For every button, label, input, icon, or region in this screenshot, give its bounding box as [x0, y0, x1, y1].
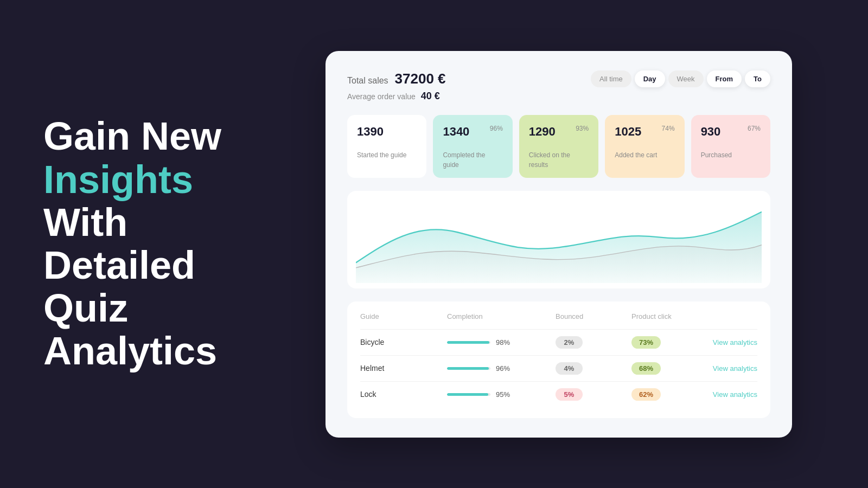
stat-card-cart: 1025 74% Added the cart — [605, 115, 684, 178]
stat-percent-completed: 96% — [490, 125, 503, 132]
stat-number-completed: 1340 — [443, 125, 469, 139]
table-header: Guide Completion Bounced Product click — [360, 312, 757, 320]
stat-number-purchased: 930 — [701, 125, 721, 139]
hero-line2: With — [43, 201, 127, 244]
badge-bounced-bicycle: 2% — [556, 336, 583, 349]
chart-area — [347, 191, 770, 288]
progress-bar-track-bicycle — [447, 341, 490, 344]
stat-card-top-cart: 1025 74% — [615, 125, 674, 139]
stat-card-completed: 1340 96% Completed the guide — [433, 115, 512, 178]
progress-bar-container-helmet: 96% — [447, 364, 556, 373]
stat-label-completed: Completed the guide — [443, 151, 485, 169]
left-panel: Gain New Insights With Detailed Quiz Ana… — [0, 82, 260, 405]
stat-card-clicked: 1290 93% Clicked on the results — [519, 115, 598, 178]
view-analytics-link-helmet[interactable]: View analytics — [713, 364, 757, 373]
filter-from[interactable]: From — [707, 70, 742, 87]
bounced-lock: 5% — [556, 388, 631, 401]
progress-label-helmet: 96% — [496, 364, 510, 373]
filter-to[interactable]: To — [745, 70, 770, 87]
table-row: Bicycle 98% 2% 73% View analytic — [360, 329, 757, 355]
progress-bar-container-bicycle: 98% — [447, 338, 556, 346]
chart-svg — [356, 202, 762, 283]
sales-info: Total sales 37200 € Average order value … — [347, 70, 446, 102]
analytics-table: Guide Completion Bounced Product click B… — [347, 301, 770, 418]
total-sales-value: 37200 € — [395, 70, 446, 87]
progress-bar-fill-lock — [447, 393, 488, 396]
progress-label-bicycle: 98% — [496, 338, 510, 346]
badge-product-click-bicycle: 73% — [631, 336, 661, 349]
dashboard-header: Total sales 37200 € Average order value … — [347, 70, 770, 102]
total-sales-label: Total sales — [347, 76, 388, 86]
time-filters: All time Day Week From To — [591, 70, 770, 87]
stat-label-cart: Added the cart — [615, 151, 657, 159]
stat-card-top-completed: 1340 96% — [443, 125, 502, 139]
product-click-lock: 62% — [631, 388, 707, 401]
guide-name-bicycle: Bicycle — [360, 338, 447, 346]
stat-number-clicked: 1290 — [529, 125, 556, 139]
badge-bounced-lock: 5% — [556, 388, 583, 401]
filter-all-time[interactable]: All time — [591, 70, 631, 87]
view-analytics-helmet[interactable]: View analytics — [707, 364, 757, 373]
filter-week[interactable]: Week — [668, 70, 704, 87]
avg-order-value: 40 € — [421, 91, 440, 102]
hero-line1: Gain New — [43, 114, 221, 158]
stat-percent-purchased: 67% — [748, 125, 761, 132]
table-row: Helmet 96% 4% 68% View analytics — [360, 355, 757, 381]
hero-accent: Insights — [43, 158, 193, 201]
completion-helmet: 96% — [447, 364, 556, 373]
stat-card-started: 1390 Started the guide — [347, 115, 426, 178]
product-click-bicycle: 73% — [631, 336, 707, 349]
stat-card-top-clicked: 1290 93% — [529, 125, 589, 139]
stat-card-purchased: 930 67% Purchased — [691, 115, 770, 178]
dashboard-card: Total sales 37200 € Average order value … — [326, 51, 792, 438]
progress-bar-fill-bicycle — [447, 341, 489, 344]
table-header-completion: Completion — [447, 312, 556, 320]
stat-number-started: 1390 — [357, 125, 384, 139]
table-header-guide: Guide — [360, 312, 447, 320]
stat-label-started: Started the guide — [357, 151, 406, 159]
badge-bounced-helmet: 4% — [556, 362, 583, 375]
table-header-product-click: Product click — [631, 312, 707, 320]
filter-day[interactable]: Day — [635, 70, 665, 87]
stat-cards: 1390 Started the guide 1340 96% Complete… — [347, 115, 770, 178]
progress-bar-track-helmet — [447, 367, 490, 370]
progress-bar-track-lock — [447, 393, 490, 396]
hero-line5: Analytics — [43, 329, 217, 373]
bounced-bicycle: 2% — [556, 336, 631, 349]
stat-label-purchased: Purchased — [701, 151, 732, 159]
stat-percent-cart: 74% — [662, 125, 675, 132]
hero-line4: Quiz — [43, 286, 128, 330]
right-panel: Total sales 37200 € Average order value … — [260, 29, 868, 459]
guide-name-lock: Lock — [360, 390, 447, 399]
table-header-bounced: Bounced — [556, 312, 631, 320]
total-sales-row: Total sales 37200 € — [347, 70, 446, 87]
stat-label-clicked: Clicked on the results — [529, 151, 570, 169]
badge-product-click-helmet: 68% — [631, 362, 661, 375]
guide-name-helmet: Helmet — [360, 364, 447, 373]
bounced-helmet: 4% — [556, 362, 631, 375]
progress-bar-fill-helmet — [447, 367, 489, 370]
avg-order-label: Average order value — [347, 92, 416, 101]
hero-text: Gain New Insights With Detailed Quiz Ana… — [43, 115, 228, 373]
view-analytics-bicycle[interactable]: View analytics — [707, 338, 757, 346]
stat-number-cart: 1025 — [615, 125, 641, 139]
progress-bar-container-lock: 95% — [447, 390, 556, 399]
view-analytics-link-bicycle[interactable]: View analytics — [713, 338, 757, 346]
completion-bicycle: 98% — [447, 338, 556, 346]
view-analytics-link-lock[interactable]: View analytics — [713, 390, 757, 399]
avg-order-row: Average order value 40 € — [347, 91, 446, 102]
completion-lock: 95% — [447, 390, 556, 399]
hero-line3: Detailed — [43, 243, 195, 287]
product-click-helmet: 68% — [631, 362, 707, 375]
stat-card-top-started: 1390 — [357, 125, 417, 139]
progress-label-lock: 95% — [496, 390, 510, 399]
stat-percent-clicked: 93% — [576, 125, 589, 132]
badge-product-click-lock: 62% — [631, 388, 661, 401]
table-header-action — [707, 312, 757, 320]
stat-card-top-purchased: 930 67% — [701, 125, 761, 139]
view-analytics-lock[interactable]: View analytics — [707, 390, 757, 399]
table-row: Lock 95% 5% 62% View analytics — [360, 381, 757, 407]
